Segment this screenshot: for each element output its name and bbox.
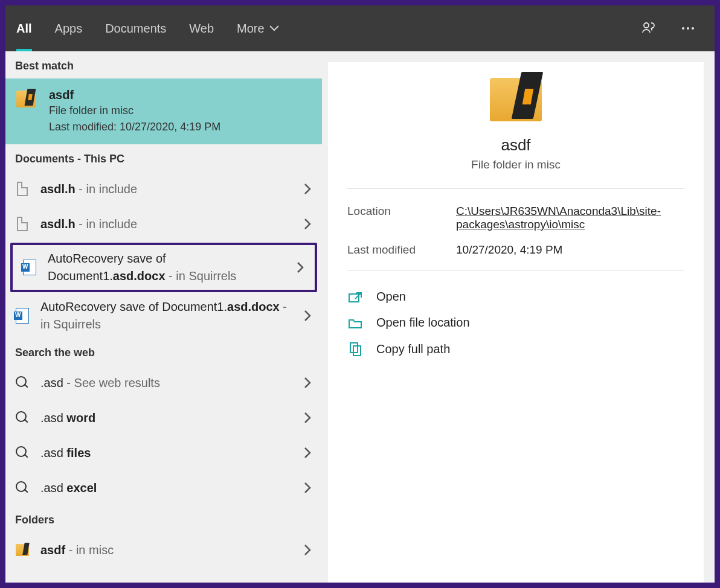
chevron-right-icon[interactable] xyxy=(298,310,317,322)
top-bar: All Apps Documents Web More xyxy=(5,5,715,51)
result-name-bold: asd.docx xyxy=(227,300,280,313)
web-result[interactable]: .asd files xyxy=(5,435,322,470)
result-name: asdl.h xyxy=(40,182,76,196)
document-result[interactable]: asdl.h - in include xyxy=(5,206,322,241)
feedback-icon[interactable] xyxy=(641,21,657,36)
chevron-right-icon[interactable] xyxy=(298,412,317,424)
svg-rect-4 xyxy=(349,294,359,302)
action-open-location[interactable]: Open file location xyxy=(347,310,684,336)
word-doc-icon xyxy=(14,308,31,324)
file-icon xyxy=(14,182,31,196)
meta-row-modified: Last modified 10/27/2020, 4:19 PM xyxy=(347,243,684,257)
preview-actions: Open Open file location Copy full path xyxy=(347,270,684,375)
preview-column: asdf File folder in misc Location C:\Use… xyxy=(322,51,715,583)
document-result[interactable]: asdl.h - in include xyxy=(5,171,322,206)
content-area: Best match asdf File folder in misc Last… xyxy=(5,51,715,583)
preview-subtitle: File folder in misc xyxy=(471,158,561,171)
open-icon xyxy=(347,290,363,304)
web-prefix: .asd xyxy=(40,411,66,424)
chevron-right-icon[interactable] xyxy=(298,544,317,556)
search-icon xyxy=(14,481,31,494)
section-search-web: Search the web xyxy=(5,338,322,365)
result-location: - in Squirrels xyxy=(166,269,237,283)
preview-header: asdf File folder in misc xyxy=(347,78,684,189)
meta-row-location: Location C:\Users\JR635WN\Anaconda3\Lib\… xyxy=(347,205,684,231)
location-label: Location xyxy=(347,205,438,218)
folder-icon-large xyxy=(490,78,542,121)
svg-point-0 xyxy=(644,23,649,28)
search-window: All Apps Documents Web More xyxy=(5,5,715,583)
web-bold: excel xyxy=(66,481,97,494)
section-documents: Documents - This PC xyxy=(5,144,322,171)
search-icon xyxy=(14,376,31,389)
best-match-modified: Last modified: 10/27/2020, 4:19 PM xyxy=(49,121,311,133)
chevron-right-icon[interactable] xyxy=(298,218,317,230)
folder-location: - in misc xyxy=(65,543,114,557)
chevron-right-icon[interactable] xyxy=(298,183,317,195)
best-match-subtitle: File folder in misc xyxy=(49,104,311,117)
action-open[interactable]: Open xyxy=(347,284,684,310)
search-icon xyxy=(14,446,31,459)
modified-label: Last modified xyxy=(347,243,438,257)
tab-all[interactable]: All xyxy=(16,5,32,51)
web-bold: word xyxy=(66,411,95,424)
action-copy-path[interactable]: Copy full path xyxy=(347,336,684,362)
file-icon xyxy=(14,217,31,231)
result-location: - in include xyxy=(76,217,137,231)
web-bold: files xyxy=(66,446,91,459)
result-location: - in include xyxy=(76,182,137,196)
folder-icon xyxy=(16,88,38,133)
preview-title: asdf xyxy=(501,136,530,155)
modified-value: 10/27/2020, 4:19 PM xyxy=(456,243,684,257)
web-suffix: - See web results xyxy=(63,376,160,389)
web-result[interactable]: .asd excel xyxy=(5,470,322,505)
results-column: Best match asdf File folder in misc Last… xyxy=(5,51,322,583)
tab-more-label: More xyxy=(237,22,265,36)
document-result-highlighted[interactable]: AutoRecovery save of Document1.asd.docx … xyxy=(10,243,317,292)
folder-name: asdf xyxy=(40,543,65,557)
more-options-icon[interactable] xyxy=(681,26,695,31)
filter-tabs: All Apps Documents Web More xyxy=(16,5,279,51)
result-name-bold: asd.docx xyxy=(113,269,166,283)
action-open-label: Open xyxy=(376,290,406,304)
web-result[interactable]: .asd word xyxy=(5,400,322,435)
svg-point-1 xyxy=(682,27,684,30)
best-match-title: asdf xyxy=(49,88,311,102)
preview-panel: asdf File folder in misc Location C:\Use… xyxy=(328,62,704,583)
preview-metadata: Location C:\Users\JR635WN\Anaconda3\Lib\… xyxy=(347,189,684,270)
web-result[interactable]: .asd - See web results xyxy=(5,365,322,400)
location-value[interactable]: C:\Users\JR635WN\Anaconda3\Lib\site-pack… xyxy=(456,205,684,231)
section-best-match: Best match xyxy=(5,51,322,78)
action-copy-path-label: Copy full path xyxy=(376,342,450,356)
result-name: asdl.h xyxy=(40,217,76,231)
web-prefix: .asd xyxy=(40,481,66,494)
folder-open-icon xyxy=(347,316,363,330)
svg-point-3 xyxy=(692,27,694,30)
chevron-right-icon[interactable] xyxy=(298,447,317,459)
folder-result[interactable]: asdf - in misc xyxy=(5,532,322,567)
chevron-down-icon xyxy=(269,25,279,31)
result-name-prefix: AutoRecovery save of Document1. xyxy=(40,300,227,313)
chevron-right-icon[interactable] xyxy=(298,482,317,494)
tab-web[interactable]: Web xyxy=(189,5,214,51)
best-match-result[interactable]: asdf File folder in misc Last modified: … xyxy=(5,78,322,144)
document-result[interactable]: AutoRecovery save of Document1.asd.docx … xyxy=(5,293,322,338)
svg-point-2 xyxy=(687,27,689,30)
search-icon xyxy=(14,411,31,424)
tab-documents[interactable]: Documents xyxy=(105,5,166,51)
section-folders: Folders xyxy=(5,505,322,532)
chevron-right-icon[interactable] xyxy=(298,377,317,389)
top-right-controls xyxy=(641,21,704,36)
copy-icon xyxy=(347,342,363,356)
tab-more[interactable]: More xyxy=(237,5,279,51)
tab-apps[interactable]: Apps xyxy=(55,5,83,51)
folder-icon xyxy=(14,544,31,556)
action-open-location-label: Open file location xyxy=(376,316,470,330)
word-doc-icon xyxy=(21,260,38,275)
web-prefix: .asd xyxy=(40,446,66,459)
web-term: .asd xyxy=(40,376,63,389)
chevron-right-icon[interactable] xyxy=(291,261,310,273)
